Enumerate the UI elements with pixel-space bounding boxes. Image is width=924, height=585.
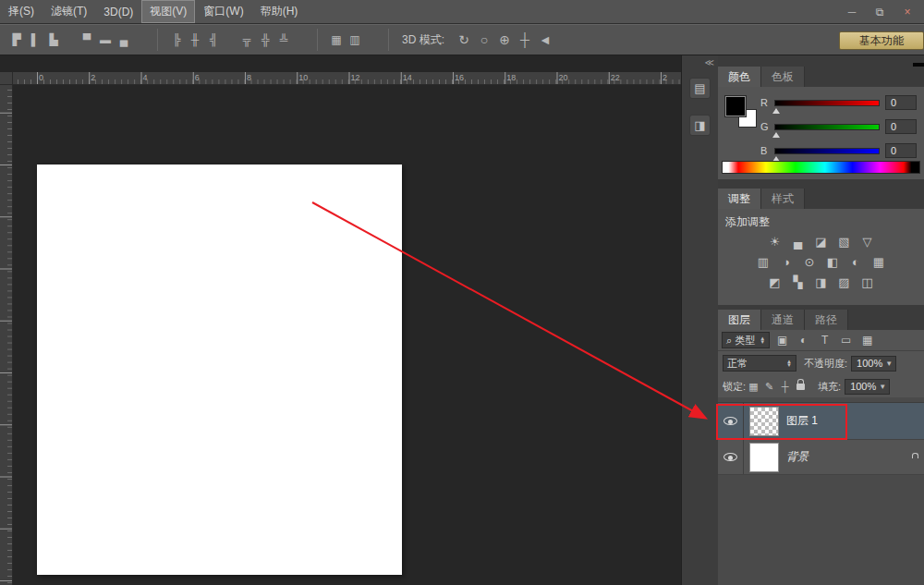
tab-channels[interactable]: 通道	[761, 310, 805, 330]
layer1-visibility-toggle[interactable]	[718, 403, 744, 439]
blend-mode-dropdown[interactable]: 正常 ▲▼	[723, 355, 796, 372]
ruler-number: 4	[143, 73, 148, 82]
distribute-vertically-icon[interactable]: ▥	[346, 30, 364, 49]
adj-photo-filter-icon[interactable]: ◧	[823, 253, 842, 271]
panel-dock-strip: ≪ ▤ ◨	[681, 55, 718, 585]
adj-invert-icon[interactable]: ◩	[766, 274, 784, 291]
ruler-top[interactable]: 02468101214161820222	[13, 72, 681, 85]
adj-channel-mixer-icon[interactable]: ◐	[846, 253, 865, 271]
menu-filter[interactable]: 滤镜(T)	[43, 0, 95, 23]
menu-select[interactable]: 择(S)	[0, 0, 43, 23]
adj-selective-color-icon[interactable]: ◫	[858, 274, 877, 291]
lock-transparent-pixels-icon[interactable]: ▦	[746, 379, 761, 395]
distribute-vertical-centers-icon[interactable]: ╬	[256, 30, 274, 49]
tab-paths[interactable]: 路径	[805, 310, 848, 330]
filter-shape-layers-icon[interactable]: ▭	[837, 332, 855, 348]
add-adjustment-title: 添加调整	[718, 211, 924, 233]
lock-image-pixels-icon[interactable]: ✎	[761, 379, 777, 395]
align-bottom-edges-icon[interactable]: ▙	[44, 30, 63, 49]
3d-slide-icon[interactable]: ┼	[515, 30, 535, 49]
ruler-number: 22	[611, 73, 620, 82]
adj-color-lookup-icon[interactable]: ▦	[869, 253, 888, 271]
close-button[interactable]: ×	[900, 6, 915, 18]
lock-all-icon[interactable]	[793, 379, 808, 395]
red-slider-handle[interactable]	[772, 108, 780, 114]
layer1-name[interactable]: 图层 1	[786, 413, 818, 429]
distribute-bottom-edges-icon[interactable]: ╩	[274, 30, 293, 49]
adj-vibrance-icon[interactable]: ▽	[858, 233, 877, 250]
adj-hue-saturation-icon[interactable]: ▥	[754, 253, 772, 271]
lock-position-icon[interactable]: ┼	[777, 379, 793, 395]
window-controls: ─ ⧉ ×	[845, 6, 924, 18]
workspace-switcher-button[interactable]: 基本功能	[839, 31, 924, 50]
ruler-number: 12	[351, 73, 360, 82]
layer-row-background[interactable]: 背景	[718, 440, 924, 475]
background-visibility-toggle[interactable]	[718, 440, 744, 474]
blue-value-field[interactable]: 0	[885, 143, 917, 158]
ruler-number: 10	[298, 73, 308, 82]
distribute-horizontal-centers-icon[interactable]: ╫	[186, 30, 204, 49]
ruler-left[interactable]	[0, 85, 13, 585]
layer-filter-type-dropdown[interactable]: ⌕ 类型 ▲▼	[722, 332, 770, 348]
blue-slider[interactable]	[774, 148, 880, 154]
tab-layers[interactable]: 图层	[718, 310, 761, 330]
align-group-1: ▛ ▌ ▙	[7, 30, 63, 49]
tab-adjustments[interactable]: 调整	[718, 189, 761, 209]
align-horizontal-centers-icon[interactable]: ▬	[96, 30, 115, 49]
green-slider-handle[interactable]	[772, 132, 780, 138]
foreground-color-swatch[interactable]	[725, 96, 746, 116]
adj-posterize-icon[interactable]: ▚	[789, 274, 808, 291]
menu-window[interactable]: 窗口(W)	[195, 0, 251, 23]
restore-button[interactable]: ⧉	[872, 6, 887, 18]
green-slider[interactable]	[774, 124, 880, 130]
opacity-field[interactable]: 100% ▼	[851, 356, 896, 372]
red-slider[interactable]	[774, 100, 880, 106]
expand-panels-icon[interactable]: ≪	[705, 57, 714, 67]
layer1-thumbnail[interactable]	[749, 407, 779, 436]
filter-adjustment-layers-icon[interactable]: ◐	[795, 332, 812, 348]
background-thumbnail[interactable]	[749, 443, 779, 472]
filter-type-label: 类型	[735, 334, 755, 347]
filter-type-layers-icon[interactable]: T	[816, 332, 833, 348]
align-vertical-centers-icon[interactable]: ▌	[26, 30, 44, 49]
adj-brightness-contrast-icon[interactable]: ☀	[766, 233, 784, 250]
menu-view[interactable]: 视图(V)	[141, 0, 195, 23]
fill-field[interactable]: 100% ▼	[845, 379, 890, 395]
align-top-edges-icon[interactable]: ▛	[7, 30, 26, 49]
background-name[interactable]: 背景	[786, 449, 808, 465]
tab-swatches[interactable]: 色板	[761, 67, 805, 87]
adj-color-balance-icon[interactable]: ◑	[777, 253, 796, 271]
document-canvas[interactable]	[37, 165, 402, 575]
distribute-left-edges-icon[interactable]: ╠	[167, 30, 186, 49]
layer-row-layer1[interactable]: 图层 1	[718, 403, 924, 440]
3d-drag-icon[interactable]: ⊕	[494, 30, 515, 49]
distribute-horizontally-icon[interactable]: ▦	[327, 30, 346, 49]
adj-curves-icon[interactable]: ◪	[812, 233, 831, 250]
adj-levels-icon[interactable]: ▄	[789, 233, 808, 250]
menu-help[interactable]: 帮助(H)	[252, 0, 307, 23]
align-left-edges-icon[interactable]: ▀	[78, 30, 96, 49]
minimize-button[interactable]: ─	[845, 6, 859, 18]
ruler-number: 6	[195, 73, 200, 82]
distribute-top-edges-icon[interactable]: ╦	[237, 30, 256, 49]
3d-scale-icon[interactable]: ◄	[535, 30, 555, 49]
adj-threshold-icon[interactable]: ◨	[812, 274, 831, 291]
green-value-field[interactable]: 0	[885, 119, 917, 134]
align-right-edges-icon[interactable]: ▄	[115, 30, 133, 49]
tab-styles[interactable]: 样式	[761, 189, 805, 209]
filter-smart-objects-icon[interactable]: ▦	[858, 332, 876, 348]
collapsed-panel-icon-1[interactable]: ▤	[689, 78, 711, 99]
color-spectrum-ramp[interactable]	[722, 161, 920, 174]
3d-rotate-icon[interactable]: ↻	[454, 30, 474, 49]
red-value-field[interactable]: 0	[885, 95, 917, 110]
filter-pixel-layers-icon[interactable]: ▣	[773, 332, 791, 348]
ruler-origin-corner[interactable]	[0, 72, 13, 85]
3d-roll-icon[interactable]: ○	[474, 30, 494, 49]
adj-gradient-map-icon[interactable]: ▨	[835, 274, 854, 291]
tab-color[interactable]: 颜色	[718, 67, 761, 87]
distribute-right-edges-icon[interactable]: ╣	[204, 30, 223, 49]
adj-black-white-icon[interactable]: ⊙	[800, 253, 819, 271]
menu-3d[interactable]: 3D(D)	[95, 2, 141, 22]
collapsed-panel-icon-2[interactable]: ◨	[689, 115, 711, 136]
adj-exposure-icon[interactable]: ▧	[835, 233, 854, 250]
